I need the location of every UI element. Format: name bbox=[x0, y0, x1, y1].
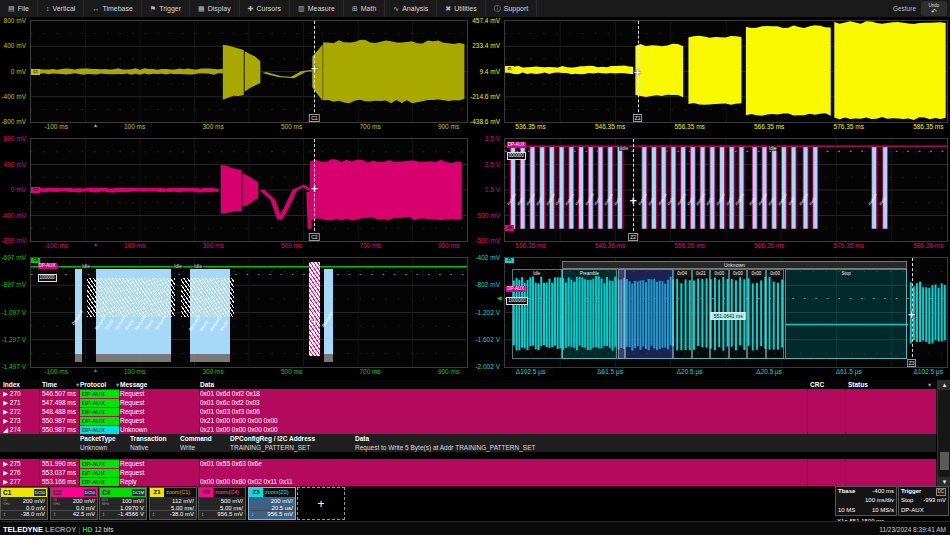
row-index: ▶ 273 bbox=[3, 416, 38, 425]
y-axis-label: 0 mV bbox=[0, 67, 26, 74]
row-data: 0x21 0x00 0x00 0x00 0x00 bbox=[200, 425, 806, 434]
menu-item-cursors[interactable]: ✚Cursors bbox=[240, 0, 290, 17]
offset-marker-icon: ↕ bbox=[201, 511, 204, 518]
scroll-thumb[interactable] bbox=[940, 452, 949, 470]
cursor-line[interactable] bbox=[633, 139, 634, 241]
descriptor-id: Z1 bbox=[150, 488, 164, 497]
descriptor-id: C2 bbox=[53, 488, 61, 497]
x-axis-label: 100 ms bbox=[124, 368, 145, 375]
decode-segment: 0x00 bbox=[766, 269, 785, 359]
menu-item-file[interactable]: ▤File bbox=[0, 0, 38, 17]
menu-item-analysis[interactable]: ∿Analysis bbox=[385, 0, 437, 17]
sort-icon[interactable]: ▾ bbox=[928, 380, 931, 389]
grid-z2-plot[interactable]: RequestReplyRequestReplyRequestReplyRequ… bbox=[504, 138, 948, 242]
math-icon: ⊞ bbox=[352, 5, 358, 13]
trigger-box[interactable]: TriggerDCStop-993 mVDP-AUX bbox=[898, 486, 949, 516]
descriptor-z2[interactable]: Z2zoom(C4)500 mV/5.00 ms/↕956.5 mV bbox=[198, 487, 246, 520]
menu-item-timebase[interactable]: ↔Timebase bbox=[84, 0, 141, 17]
expanded-detail-block: PacketTypeTransactionCommandDPConfigReg … bbox=[0, 434, 936, 452]
table-header-data[interactable]: Data bbox=[200, 380, 214, 389]
menu-item-utilities[interactable]: ✖Utilities bbox=[437, 0, 485, 17]
menu-item-trigger[interactable]: ⚑Trigger bbox=[142, 0, 190, 17]
x-axis-label: 500 ms bbox=[281, 123, 302, 130]
cursor-crosshair[interactable]: + bbox=[630, 195, 637, 209]
decoder-chip: 000000 bbox=[507, 152, 526, 160]
table-header-crc[interactable]: CRC bbox=[810, 380, 824, 389]
table-header-index[interactable]: Index bbox=[3, 380, 20, 389]
cursor-crosshair[interactable]: + bbox=[311, 182, 318, 196]
table-header-protocol[interactable]: Protocol bbox=[80, 380, 106, 389]
cursor-crosshair[interactable]: + bbox=[311, 63, 318, 77]
table-scrollbar[interactable]: ▲▼ bbox=[937, 380, 950, 487]
menu-item-measure[interactable]: ▥Measure bbox=[290, 0, 344, 17]
cursor-label: C2 bbox=[309, 233, 319, 241]
y-axis-label: 400 mV bbox=[0, 42, 26, 49]
row-data: 0x01 0x6c 0xf2 0x03 bbox=[200, 398, 806, 407]
descriptor-z1[interactable]: Z1zoom(C1)112 mV/5.00 ms/↕-38.0 mV bbox=[149, 487, 197, 520]
decode-segment-label: 0x00 bbox=[711, 270, 728, 277]
descriptor-z3[interactable]: Z3zoom(Z2)200 mV/20.5 µs/↕956.5 mV bbox=[248, 487, 296, 520]
decode-segment: 0x04 bbox=[673, 269, 692, 359]
descriptor-c1[interactable]: C1DC5016GHz200 mV/0.0 mV↕-38.0 mV bbox=[0, 487, 48, 520]
idle-label: Idle bbox=[81, 263, 91, 269]
table-header-message[interactable]: Message bbox=[120, 380, 147, 389]
grid-c2-plot[interactable]: C2+C2 bbox=[30, 138, 468, 242]
bandwidth-badge: 16GHz bbox=[53, 499, 60, 506]
menu-item-support[interactable]: ⓘSupport bbox=[486, 0, 538, 17]
add-trace-button[interactable]: + bbox=[297, 487, 345, 520]
menu-item-label: Timebase bbox=[102, 5, 132, 12]
decode-segment-label: 0x21 bbox=[693, 270, 710, 277]
cursor-crosshair[interactable]: + bbox=[908, 308, 915, 322]
trigger-position-marker: ▲ bbox=[93, 122, 98, 128]
table-header-time[interactable]: Time bbox=[42, 380, 57, 389]
x-axis-label: 576.35 ms bbox=[834, 123, 864, 130]
grid-c1-plot[interactable]: C1+C1 bbox=[30, 20, 468, 123]
decode-segment: 0x21 bbox=[692, 269, 711, 359]
menu-item-vertical[interactable]: ↕Vertical bbox=[38, 0, 84, 17]
burst-foot bbox=[190, 354, 230, 362]
datetime-label: 11/23/2024 8:39:41 AM bbox=[879, 526, 946, 533]
row-message: Request bbox=[120, 468, 198, 477]
y-axis-label: -438.6 mV bbox=[470, 118, 500, 125]
decode-segment: Idle bbox=[512, 269, 562, 359]
cursor-crosshair[interactable]: + bbox=[311, 316, 318, 330]
descriptor-c2[interactable]: C2DC5016GHz200 mV/0.0 mV↕42.5 mV bbox=[50, 487, 98, 520]
undo-button[interactable]: Undo↶ bbox=[921, 1, 947, 16]
x-axis-label: -100 ms bbox=[44, 123, 67, 130]
undo-icon: ↶ bbox=[931, 8, 937, 15]
channel-tag-z3: Z3 bbox=[505, 257, 514, 263]
table-row[interactable]: ▶ 277553.166 msDP-AUXReply0x00 0x00 0x80… bbox=[0, 477, 936, 487]
x-axis-label: 100 ms bbox=[124, 123, 145, 130]
x-axis-label: 300 ms bbox=[202, 242, 223, 249]
timebase-title: Tbase bbox=[838, 487, 855, 496]
cursor-label: C1 bbox=[309, 114, 319, 122]
analysis-icon: ∿ bbox=[393, 5, 399, 13]
y-axis-label: 800 mV bbox=[0, 135, 26, 142]
grid-c1: C1+C1800 mV400 mV0 mV-400 mV-800 mV-100 … bbox=[0, 17, 470, 135]
trigger-icon: ⚑ bbox=[150, 5, 156, 13]
oscilloscope-app: ▤File↕Vertical↔Timebase⚑Trigger▦Display✚… bbox=[0, 0, 950, 535]
sort-icon[interactable]: ▾ bbox=[76, 380, 79, 389]
descriptor-c4[interactable]: C4DC1M600MHz100 mV/1.0970 V↕-1.4566 V bbox=[99, 487, 147, 520]
burst-foot bbox=[96, 354, 171, 362]
grid-c4-plot[interactable]: IdleIdleIdleIdleDP-AUX100000RequestReque… bbox=[30, 257, 468, 368]
timebase-box[interactable]: Tbase-400 ms100 ms/div10 MS10 MS/s bbox=[835, 486, 897, 516]
scroll-up-button[interactable]: ▲ bbox=[938, 380, 950, 390]
x-axis-label: Δ102.5 µs bbox=[516, 368, 545, 375]
grid-z3-plot[interactable]: UnknownIdlePreamble0x040x210x000x000x000… bbox=[504, 257, 948, 368]
x-axis-label: 566.35 ms bbox=[754, 123, 784, 130]
decode-text-block bbox=[181, 278, 234, 317]
x-axis-label: -100 ms bbox=[44, 242, 67, 249]
timebase-scale: 100 ms/div bbox=[865, 496, 894, 505]
x-axis-label: 900 ms bbox=[438, 242, 459, 249]
y-axis-label: -400 mV bbox=[0, 92, 26, 99]
menu-item-display[interactable]: ▦Display bbox=[190, 0, 240, 17]
decode-segment-label: Preamble bbox=[563, 270, 617, 277]
grid-z1-plot[interactable]: Z1+Z1 bbox=[504, 20, 948, 123]
scale-value: 100 mV/ bbox=[122, 498, 144, 505]
table-header-status[interactable]: Status bbox=[848, 380, 868, 389]
menu-item-math[interactable]: ⊞Math bbox=[344, 0, 385, 17]
cursor-crosshair[interactable]: + bbox=[634, 66, 641, 80]
trigger-position-marker: ▲ bbox=[93, 367, 98, 373]
sort-icon[interactable]: ▾ bbox=[116, 380, 119, 389]
